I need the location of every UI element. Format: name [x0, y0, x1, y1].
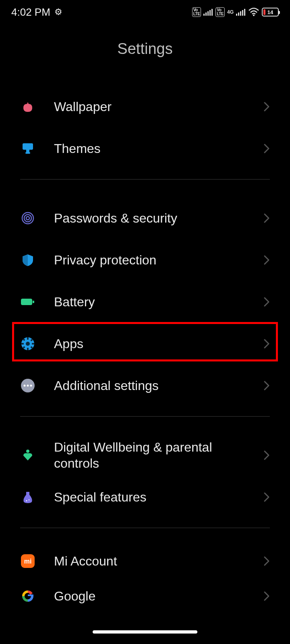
svg-rect-6 — [238, 12, 239, 16]
settings-item-wellbeing[interactable]: Digital Wellbeing & parental controls — [20, 434, 270, 476]
fingerprint-icon — [20, 211, 35, 226]
status-bar: 4:02 PM ⚙ VoLTE VoLTE 4G 14 — [0, 0, 290, 24]
settings-item-google[interactable]: Google — [20, 582, 270, 610]
settings-item-passwords[interactable]: Passwords & security — [20, 197, 270, 239]
settings-item-label: Wallpaper — [54, 99, 245, 115]
battery-icon — [20, 294, 35, 310]
svg-rect-18 — [33, 301, 34, 303]
settings-item-label: Google — [54, 588, 245, 604]
volte-icon-2: VoLTE — [215, 7, 225, 17]
settings-item-additional[interactable]: Additional settings — [20, 365, 270, 407]
wallpaper-icon — [20, 99, 35, 114]
flask-icon — [20, 489, 35, 505]
divider — [20, 179, 270, 180]
status-time: 4:02 PM — [11, 6, 50, 19]
svg-rect-7 — [240, 11, 241, 16]
wifi-icon — [248, 8, 259, 17]
wellbeing-icon — [20, 448, 35, 463]
settings-item-label: Themes — [54, 140, 245, 157]
svg-rect-8 — [242, 10, 243, 16]
shield-icon — [20, 252, 35, 268]
network-type: 4G — [227, 9, 234, 15]
gear-icon: ⚙ — [54, 8, 62, 17]
svg-rect-22 — [27, 348, 29, 350]
mi-icon: mi — [20, 553, 35, 569]
settings-item-label: Special features — [54, 489, 245, 505]
settings-item-privacy[interactable]: Privacy protection — [20, 239, 270, 281]
svg-rect-4 — [211, 9, 213, 16]
volte-icon: VoLTE — [192, 7, 201, 17]
chevron-right-icon — [263, 143, 270, 154]
settings-item-miaccount[interactable]: mi Mi Account — [20, 540, 270, 582]
chevron-right-icon — [263, 450, 270, 460]
settings-item-label: Passwords & security — [54, 210, 245, 226]
svg-point-32 — [30, 385, 32, 387]
settings-item-label: Digital Wellbeing & parental controls — [54, 439, 245, 471]
svg-point-35 — [29, 500, 29, 500]
settings-list: Wallpaper Themes Passwords & securi — [0, 86, 290, 610]
chevron-right-icon — [263, 380, 270, 391]
chevron-right-icon — [263, 101, 270, 112]
more-icon — [20, 378, 35, 393]
chevron-right-icon — [263, 492, 270, 502]
chevron-right-icon — [263, 255, 270, 265]
svg-text:mi: mi — [24, 558, 32, 565]
svg-rect-9 — [244, 9, 245, 16]
svg-rect-13 — [25, 152, 30, 154]
settings-item-label: Privacy protection — [54, 252, 245, 268]
battery-icon: 14 — [262, 8, 279, 17]
themes-icon — [20, 141, 35, 156]
chevron-right-icon — [263, 556, 270, 566]
svg-point-31 — [27, 385, 29, 387]
svg-point-16 — [26, 217, 29, 220]
settings-item-themes[interactable]: Themes — [20, 128, 270, 169]
svg-rect-2 — [207, 11, 209, 16]
settings-item-wallpaper[interactable]: Wallpaper — [20, 86, 270, 128]
settings-item-label: Battery — [54, 294, 245, 310]
svg-point-30 — [24, 385, 26, 387]
svg-point-10 — [253, 14, 255, 16]
chevron-right-icon — [263, 339, 270, 349]
svg-rect-5 — [236, 14, 237, 16]
svg-point-15 — [24, 215, 31, 222]
settings-item-battery[interactable]: Battery — [20, 281, 270, 323]
signal-icon — [203, 8, 213, 16]
apps-gear-icon — [20, 336, 35, 351]
svg-point-20 — [26, 342, 30, 346]
divider — [20, 528, 270, 528]
settings-item-label: Additional settings — [54, 378, 245, 394]
settings-item-apps[interactable]: Apps — [20, 323, 270, 365]
svg-rect-1 — [205, 12, 207, 16]
svg-point-33 — [26, 450, 29, 453]
settings-item-special[interactable]: Special features — [20, 476, 270, 518]
home-indicator[interactable] — [93, 630, 197, 634]
svg-rect-23 — [21, 343, 24, 345]
svg-rect-11 — [23, 143, 33, 150]
chevron-right-icon — [263, 213, 270, 223]
page-title: Settings — [0, 40, 290, 58]
svg-point-34 — [26, 500, 27, 502]
svg-rect-0 — [203, 14, 205, 16]
settings-item-label: Apps — [54, 336, 245, 352]
svg-rect-24 — [32, 343, 34, 345]
svg-rect-17 — [21, 299, 32, 305]
svg-rect-3 — [209, 10, 211, 16]
svg-rect-21 — [27, 337, 29, 340]
divider — [20, 416, 270, 417]
svg-rect-12 — [26, 150, 29, 152]
status-icons: VoLTE VoLTE 4G 14 — [192, 7, 279, 17]
settings-item-label: Mi Account — [54, 553, 245, 569]
signal-icon-2 — [236, 8, 246, 16]
chevron-right-icon — [263, 297, 270, 307]
google-icon — [20, 588, 35, 604]
chevron-right-icon — [263, 591, 270, 601]
